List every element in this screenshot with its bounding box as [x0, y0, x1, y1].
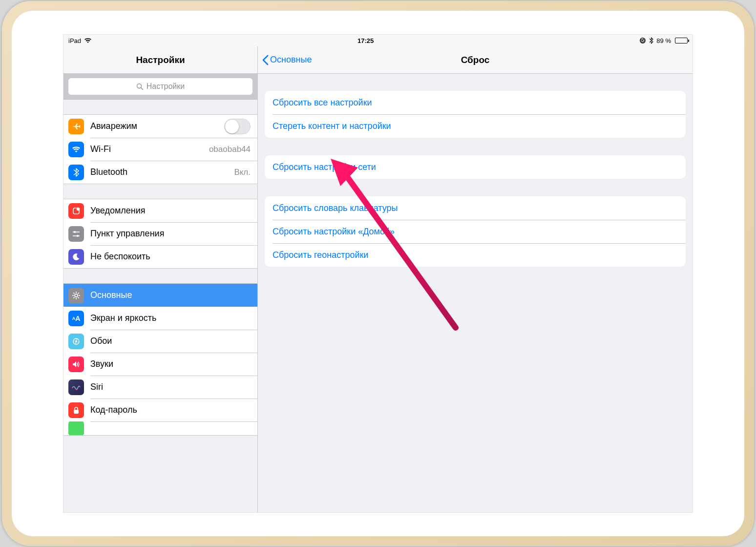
sidebar-item-label: Код-пароль: [90, 405, 251, 415]
wifi-detail: obaobab44: [209, 145, 251, 154]
svg-rect-1: [642, 40, 643, 41]
back-label: Основные: [270, 55, 312, 65]
device-label: iPad: [68, 37, 81, 44]
reset-keyboard-dictionary[interactable]: Сбросить словарь клавиатуры: [265, 196, 686, 220]
sidebar-group-connectivity: Авиарежим Wi-Fi obaobab44: [63, 114, 257, 184]
reset-all-settings[interactable]: Сбросить все настройки: [265, 91, 686, 114]
sidebar-item-general[interactable]: Основные: [63, 284, 257, 307]
detail-panel: Основные Сброс Сбросить все настройки Ст…: [258, 46, 693, 512]
sidebar-item-label: Siri: [90, 382, 251, 392]
speaker-icon: [68, 357, 84, 372]
svg-point-10: [75, 294, 78, 297]
search-wrap: Настройки: [63, 74, 257, 100]
status-bar: iPad 17:25 89 %: [63, 35, 693, 46]
settings-sidebar: Настройки Настройки: [63, 46, 258, 512]
search-icon: [136, 83, 144, 90]
back-button[interactable]: Основные: [262, 46, 312, 73]
sidebar-item-wifi[interactable]: Wi-Fi obaobab44: [63, 138, 257, 161]
sidebar-item-dnd[interactable]: Не беспокоить: [63, 245, 257, 268]
cutoff-icon: [68, 421, 84, 435]
sidebar-item-wallpaper[interactable]: Обои: [63, 330, 257, 353]
drow-label: Сбросить настройки сети: [273, 162, 376, 172]
rotation-lock-icon: [639, 37, 646, 44]
reset-group-2: Сбросить настройки сети: [265, 155, 686, 179]
airplane-icon: [68, 119, 84, 134]
bluetooth-detail: Вкл.: [234, 168, 251, 177]
sidebar-item-label: Основные: [90, 290, 251, 300]
sidebar-item-label: Bluetooth: [90, 167, 234, 177]
sidebar-item-label: Не беспокоить: [90, 252, 251, 262]
bluetooth-icon: [68, 165, 84, 180]
search-placeholder: Настройки: [147, 82, 185, 91]
svg-line-16: [78, 297, 79, 298]
moon-icon: [68, 249, 84, 265]
svg-line-17: [78, 293, 79, 294]
reset-network-settings[interactable]: Сбросить настройки сети: [265, 155, 686, 179]
sidebar-item-notifications[interactable]: Уведомления: [63, 199, 257, 222]
ipad-frame: iPad 17:25 89 %: [2, 1, 754, 546]
wifi-icon: [68, 142, 84, 157]
reset-group-3: Сбросить словарь клавиатуры Сбросить нас…: [265, 196, 686, 267]
battery-icon: [675, 38, 688, 43]
sidebar-item-controlcenter[interactable]: Пункт управления: [63, 222, 257, 245]
wifi-status-icon: [84, 38, 92, 43]
sidebar-scroll[interactable]: Авиарежим Wi-Fi obaobab44: [63, 100, 257, 512]
svg-line-18: [73, 297, 74, 298]
bluetooth-status-icon: [649, 37, 653, 44]
search-input[interactable]: Настройки: [68, 78, 252, 95]
sidebar-item-label: Авиарежим: [90, 121, 224, 131]
reset-location-privacy[interactable]: Сбросить геонастройки: [265, 243, 686, 267]
sidebar-item-label: Обои: [90, 336, 251, 346]
svg-line-15: [73, 293, 74, 294]
drow-label: Сбросить словарь клавиатуры: [273, 203, 398, 213]
sidebar-item-label: Уведомления: [90, 206, 251, 216]
sidebar-item-label: Звуки: [90, 359, 251, 369]
sidebar-item-passcode[interactable]: Код-пароль: [63, 399, 257, 421]
detail-header: Основные Сброс: [258, 46, 693, 74]
svg-point-5: [77, 207, 80, 210]
sidebar-item-sounds[interactable]: Звуки: [63, 353, 257, 376]
display-icon: AA: [68, 311, 84, 326]
sidebar-item-cutoff[interactable]: [63, 421, 257, 435]
reset-group-1: Сбросить все настройки Стереть контент и…: [265, 91, 686, 138]
sidebar-item-label: Пункт управления: [90, 229, 251, 239]
erase-content-settings[interactable]: Стереть контент и настройки: [265, 114, 686, 138]
reset-home-layout[interactable]: Сбросить настройки «Домой»: [265, 220, 686, 243]
sidebar-item-siri[interactable]: Siri: [63, 376, 257, 399]
clock: 17:25: [357, 37, 374, 44]
lock-icon: [68, 402, 84, 418]
drow-label: Сбросить настройки «Домой»: [273, 227, 395, 237]
controlcenter-icon: [68, 226, 84, 242]
battery-text: 89 %: [656, 37, 671, 44]
drow-label: Сбросить все настройки: [273, 98, 372, 108]
sidebar-group-notifications: Уведомления Пункт управления: [63, 199, 257, 269]
wallpaper-icon: [68, 334, 84, 349]
gear-icon: [68, 288, 84, 303]
drow-label: Сбросить геонастройки: [273, 250, 368, 260]
sidebar-item-label: Экран и яркость: [90, 313, 251, 323]
detail-scroll[interactable]: Сбросить все настройки Стереть контент и…: [258, 74, 693, 512]
sidebar-item-display[interactable]: AA Экран и яркость: [63, 307, 257, 330]
sidebar-group-general: Основные AA Экран и яркость: [63, 283, 257, 436]
svg-rect-21: [74, 410, 79, 414]
sidebar-title: Настройки: [63, 46, 257, 74]
sidebar-item-bluetooth[interactable]: Bluetooth Вкл.: [63, 161, 257, 184]
sidebar-item-label: Wi-Fi: [90, 144, 209, 154]
notifications-icon: [68, 203, 84, 219]
siri-icon: [68, 379, 84, 395]
svg-line-3: [141, 87, 143, 89]
ipad-inner: iPad 17:25 89 %: [12, 11, 744, 536]
sidebar-item-airplane[interactable]: Авиарежим: [63, 115, 257, 138]
chevron-left-icon: [262, 55, 269, 65]
drow-label: Стереть контент и настройки: [273, 121, 391, 131]
airplane-switch[interactable]: [224, 119, 251, 134]
detail-title: Сброс: [461, 55, 490, 65]
screen: iPad 17:25 89 %: [63, 34, 693, 513]
